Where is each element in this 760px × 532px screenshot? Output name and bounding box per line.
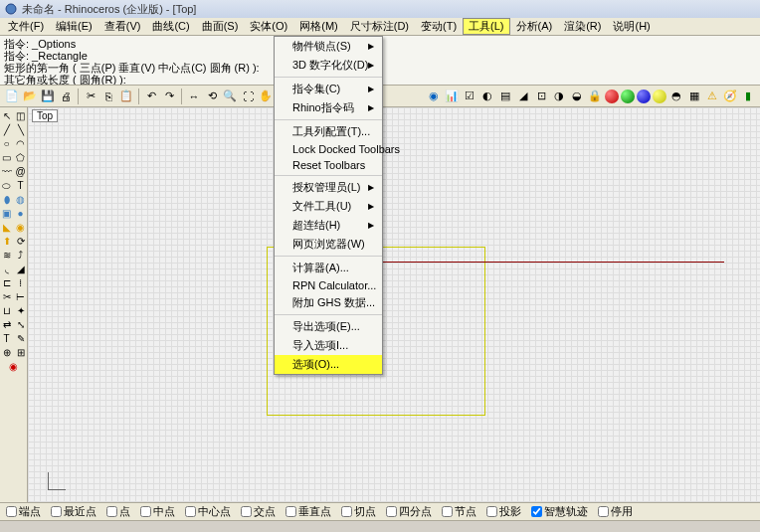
grid-icon[interactable]: ⊞ bbox=[14, 346, 27, 359]
chamfer-icon[interactable]: ◢ bbox=[14, 263, 27, 275]
osnap-中点[interactable]: 中点 bbox=[140, 504, 175, 519]
lasso-icon[interactable]: ◫ bbox=[14, 109, 27, 122]
revolve-icon[interactable]: ⟳ bbox=[14, 235, 27, 248]
split-icon[interactable]: ⊢ bbox=[14, 290, 27, 303]
osnap-checkbox[interactable] bbox=[140, 506, 151, 517]
loft-icon[interactable]: ≋ bbox=[0, 249, 13, 262]
polygon-icon[interactable]: ⬠ bbox=[14, 151, 27, 164]
array-icon[interactable]: ⁞ bbox=[14, 276, 27, 289]
sphere-red-icon[interactable] bbox=[605, 89, 619, 103]
osnap-checkbox[interactable] bbox=[598, 506, 609, 517]
tube-icon[interactable]: ◍ bbox=[14, 193, 27, 206]
menu-item-7[interactable]: Lock Docked Toolbars bbox=[275, 141, 382, 157]
osnap-垂直点[interactable]: 垂直点 bbox=[285, 504, 331, 519]
menu-12[interactable]: 说明(H) bbox=[607, 18, 656, 35]
cylinder-icon[interactable]: ⬮ bbox=[0, 193, 13, 206]
menu-10[interactable]: 分析(A) bbox=[510, 18, 559, 35]
paste-icon[interactable]: 📋 bbox=[118, 89, 134, 104]
shade-icon[interactable]: ◢ bbox=[515, 89, 531, 104]
osnap-节点[interactable]: 节点 bbox=[442, 504, 476, 519]
warning-icon[interactable]: ⚠ bbox=[704, 89, 720, 104]
osnap-智慧轨迹[interactable]: 智慧轨迹 bbox=[531, 504, 588, 519]
osnap-切点[interactable]: 切点 bbox=[341, 504, 376, 519]
undo-icon[interactable]: ↶ bbox=[143, 89, 159, 104]
lock-icon[interactable]: 🔒 bbox=[587, 89, 603, 104]
osnap-checkbox[interactable] bbox=[486, 506, 497, 517]
menu-7[interactable]: 尺寸标注(D) bbox=[344, 18, 415, 35]
toggle-icon[interactable]: ◓ bbox=[668, 89, 684, 104]
osnap-checkbox[interactable] bbox=[6, 506, 17, 517]
menu-item-8[interactable]: Reset Toolbars bbox=[275, 157, 382, 173]
properties-icon[interactable]: ☑ bbox=[462, 89, 477, 104]
circle-icon[interactable]: ○ bbox=[0, 137, 13, 150]
osnap-四分点[interactable]: 四分点 bbox=[386, 504, 432, 519]
cut-icon[interactable]: ✂ bbox=[83, 89, 98, 104]
3d-icon[interactable]: ◉ bbox=[426, 89, 442, 104]
new-icon[interactable]: 📄 bbox=[4, 89, 20, 104]
osnap-checkbox[interactable] bbox=[106, 506, 117, 517]
box-icon[interactable]: ▣ bbox=[0, 207, 13, 220]
menu-8[interactable]: 变动(T) bbox=[415, 18, 463, 35]
annotate-icon[interactable]: ✎ bbox=[14, 332, 27, 345]
torus-icon[interactable]: ◉ bbox=[14, 221, 27, 234]
fillet-icon[interactable]: ◟ bbox=[0, 263, 13, 275]
ellipse-icon[interactable]: ⬭ bbox=[0, 179, 13, 192]
menu-item-10[interactable]: 授权管理员(L)▶ bbox=[275, 178, 382, 197]
menu-item-12[interactable]: 超连结(H)▶ bbox=[275, 216, 382, 235]
save-icon[interactable]: 💾 bbox=[40, 89, 56, 104]
layer-icon[interactable]: 📊 bbox=[444, 89, 460, 104]
menu-3[interactable]: 曲线(C) bbox=[146, 18, 195, 35]
sphere-blue-icon[interactable] bbox=[637, 89, 651, 103]
osnap-端点[interactable]: 端点 bbox=[6, 504, 41, 519]
osnap-停用[interactable]: 停用 bbox=[598, 504, 633, 519]
osnap-中心点[interactable]: 中心点 bbox=[185, 504, 231, 519]
rect-icon[interactable]: ▭ bbox=[0, 151, 13, 164]
offset-icon[interactable]: ⊏ bbox=[0, 276, 13, 289]
cone-icon[interactable]: ◣ bbox=[0, 221, 13, 234]
sphere-yellow-icon[interactable] bbox=[653, 89, 666, 103]
menu-1[interactable]: 编辑(E) bbox=[50, 18, 98, 35]
menu-item-11[interactable]: 文件工具(U)▶ bbox=[275, 197, 382, 216]
menu-item-17[interactable]: 附加 GHS 数据... bbox=[275, 293, 382, 312]
menu-item-20[interactable]: 导入选项I... bbox=[275, 336, 382, 355]
extrude-icon[interactable]: ⬆ bbox=[0, 235, 13, 248]
menu-2[interactable]: 查看(V) bbox=[98, 18, 147, 35]
menu-item-13[interactable]: 网页浏览器(W) bbox=[275, 235, 382, 254]
menu-6[interactable]: 网格(M) bbox=[293, 18, 344, 35]
zoom-extents-icon[interactable]: ⛶ bbox=[240, 89, 256, 104]
arc-icon[interactable]: ◠ bbox=[14, 137, 27, 150]
join-icon[interactable]: ⊔ bbox=[0, 304, 13, 317]
menu-item-4[interactable]: Rhino指令码▶ bbox=[275, 98, 382, 117]
hidden-icon[interactable]: ◑ bbox=[551, 89, 567, 104]
redo-icon[interactable]: ↷ bbox=[161, 89, 177, 104]
osnap-checkbox[interactable] bbox=[185, 506, 196, 517]
menu-item-1[interactable]: 3D 数字化仪(D)▶ bbox=[275, 56, 382, 75]
compass-icon[interactable]: 🧭 bbox=[722, 89, 738, 104]
text-icon[interactable]: T bbox=[14, 179, 27, 192]
explode-icon[interactable]: ✦ bbox=[14, 304, 27, 317]
trim-icon[interactable]: ✂ bbox=[0, 290, 13, 303]
rotate-icon[interactable]: ⟲ bbox=[204, 89, 220, 104]
osnap-投影[interactable]: 投影 bbox=[486, 504, 521, 519]
copy-icon[interactable]: ⎘ bbox=[100, 89, 116, 104]
transform-icon[interactable]: ⇄ bbox=[0, 318, 13, 331]
menu-0[interactable]: 文件(F) bbox=[2, 18, 50, 35]
osnap-checkbox[interactable] bbox=[531, 506, 542, 517]
osnap-checkbox[interactable] bbox=[51, 506, 62, 517]
zoom-icon[interactable]: 🔍 bbox=[222, 89, 238, 104]
sphere-green-icon[interactable] bbox=[621, 89, 635, 103]
show-icon[interactable]: ◒ bbox=[569, 89, 585, 104]
help-icon[interactable]: ▮ bbox=[740, 89, 756, 104]
render-icon[interactable]: ◐ bbox=[479, 89, 495, 104]
osnap-checkbox[interactable] bbox=[386, 506, 397, 517]
scale-icon[interactable]: ⤡ bbox=[14, 318, 27, 331]
menu-item-3[interactable]: 指令集(C)▶ bbox=[275, 80, 382, 98]
mesh-icon[interactable]: ▦ bbox=[686, 89, 702, 104]
sweep-icon[interactable]: ⤴ bbox=[14, 249, 27, 262]
sphere-tool-icon[interactable]: ● bbox=[14, 207, 27, 220]
layer-off-icon[interactable]: ◉ bbox=[7, 360, 20, 373]
osnap-checkbox[interactable] bbox=[285, 506, 296, 517]
open-icon[interactable]: 📂 bbox=[22, 89, 38, 104]
print-icon[interactable]: 🖨 bbox=[58, 89, 74, 104]
osnap-checkbox[interactable] bbox=[341, 506, 352, 517]
